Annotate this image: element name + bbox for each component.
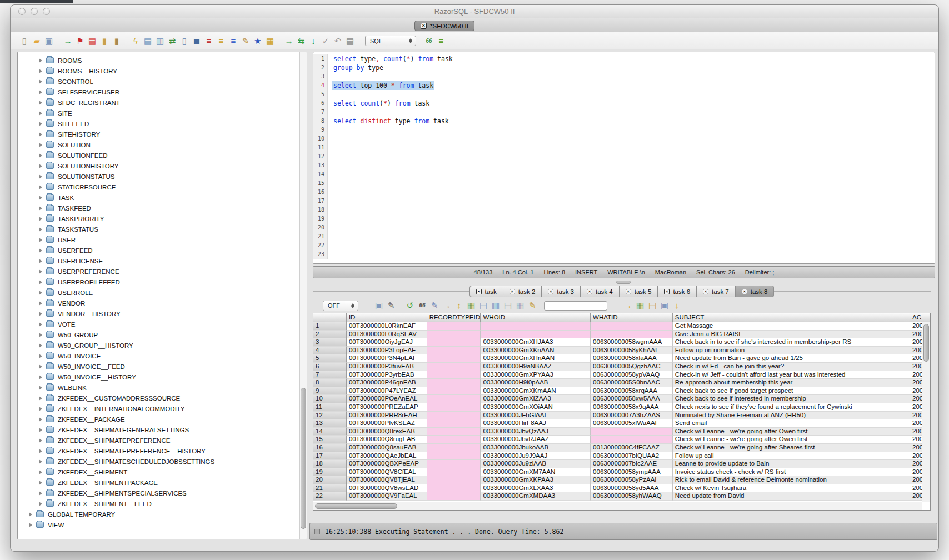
result-tab[interactable]: × task 2 (503, 286, 542, 297)
expand-arrow-icon[interactable] (39, 259, 42, 263)
result-tab[interactable]: × task 5 (620, 286, 658, 297)
copy-results-icon[interactable]: ▤ (502, 299, 514, 312)
editor-line[interactable]: 3 (313, 72, 935, 81)
editor-line[interactable]: 23 (313, 250, 935, 259)
result-tab[interactable]: × task 3 (542, 286, 581, 297)
filter-results-icon[interactable]: ✎ (385, 299, 397, 312)
sidebar-table-item[interactable]: W50_GROUP (18, 329, 307, 340)
expand-arrow-icon[interactable] (39, 79, 42, 84)
column-icon[interactable]: ▮ (111, 35, 123, 47)
table-row[interactable]: 14 00T3000000Q8rexEAB 0033000000JbvQzAAJ… (313, 428, 930, 436)
sidebar-table-item[interactable]: GLOBAL TEMPORARY (18, 509, 307, 519)
editor-line[interactable]: 4select top 100 * from task (313, 81, 935, 90)
editor-line[interactable]: 10 (313, 134, 935, 143)
expand-arrow-icon[interactable] (29, 512, 32, 517)
view-results-icon[interactable]: 66 (423, 35, 435, 47)
editor-line[interactable]: 6select count(*) from task (313, 99, 935, 108)
sidebar-table-item[interactable]: ZKFEDEX__SHIPMENT (18, 467, 307, 477)
expand-arrow-icon[interactable] (39, 206, 42, 211)
column-header-whoid[interactable]: WHOID (481, 313, 591, 322)
table-row[interactable]: 21 00T3000000QV8wsEAD 0033000000GmXLXAA3… (313, 484, 930, 493)
expand-arrow-icon[interactable] (39, 174, 42, 179)
sidebar-table-item[interactable]: ZKFEDEX__INTERNATIONALCOMMODITY (18, 403, 307, 414)
list-export-icon[interactable]: ≡ (215, 35, 227, 47)
table-row[interactable]: 19 00T3000000QV8CfEAL 0033000000GmXM7AAN… (313, 468, 930, 477)
sidebar-table-item[interactable]: ZKFEDEX__PACKAGE (18, 414, 307, 424)
expand-arrow-icon[interactable] (39, 227, 42, 232)
expand-arrow-icon[interactable] (39, 502, 42, 506)
grid-horizontal-scrollbar[interactable] (313, 502, 922, 510)
table-row[interactable]: 6 00T3000000P3tuvEAB 0033000000H9aNBAAZ … (313, 363, 930, 371)
table-row[interactable]: 4 00T3000000P3LopEAF 0033000000GmXKnAAN … (313, 347, 930, 355)
sidebar-table-item[interactable]: SOLUTIONSTATUS (18, 171, 307, 182)
table-row[interactable]: 7 00T3000000P3yrbEAB 0033000000GmXPYAA3 … (313, 371, 930, 379)
table-lookup-icon[interactable]: ▦ (264, 35, 276, 47)
sidebar-table-item[interactable]: ZKFEDEX__SHIPMATEPREFERENCE (18, 435, 307, 446)
expand-arrow-icon[interactable] (39, 196, 42, 200)
zoom-window-button[interactable] (43, 8, 50, 15)
reload-table-icon[interactable]: ▦ (465, 299, 477, 312)
rollback-icon[interactable]: ↶ (332, 35, 344, 47)
table-row[interactable]: 18 00T3000000QBXPeEAP 0033000000Ju9zlAAB… (313, 460, 930, 468)
notebook-icon[interactable]: ▯ (178, 35, 191, 47)
editor-line[interactable]: 20 (313, 223, 935, 232)
sidebar-table-item[interactable]: SCONTROL (18, 76, 307, 87)
execute-statement-icon[interactable]: → (283, 35, 295, 47)
table-row[interactable]: 17 00T3000000QAeJbEAL 0033000000Ju9J9AAJ… (313, 452, 930, 461)
toolbar-separator[interactable] (123, 35, 129, 47)
editor-line[interactable]: 19 (313, 214, 935, 223)
sidebar-table-item[interactable]: TASKFEED (18, 203, 307, 213)
generate-sql-icon[interactable]: ▥ (154, 35, 166, 47)
table-row[interactable]: 3 00T3000000OiyJgEAJ 0033000000GmXHJAA3 … (313, 338, 930, 347)
edit-sql-icon[interactable]: ✎ (239, 35, 252, 47)
editor-line[interactable]: 16 (313, 188, 935, 197)
column-header-activitydate[interactable]: AC (910, 313, 930, 322)
document-tab[interactable]: × *SFDCW50 II (414, 21, 474, 31)
sidebar-table-item[interactable]: SITEHISTORY (18, 129, 307, 139)
expand-arrow-icon[interactable] (39, 470, 42, 474)
expand-arrow-icon[interactable] (39, 58, 42, 63)
column-header-id[interactable]: ID (347, 313, 427, 322)
sidebar-table-item[interactable]: TASKSTATUS (18, 224, 307, 234)
table-row[interactable]: 5 00T3000000P3N4pEAF 0033000000GmXHnAAN … (313, 354, 930, 363)
column-flag-icon[interactable]: ⚑ (74, 35, 86, 47)
expand-arrow-icon[interactable] (39, 301, 42, 306)
fetch-more-icon[interactable]: ↓ (307, 35, 319, 47)
result-tab[interactable]: × task 6 (658, 286, 697, 297)
save-icon[interactable]: ▣ (43, 35, 55, 47)
expand-arrow-icon[interactable] (39, 164, 42, 168)
sql-history-icon[interactable]: ▤ (344, 35, 356, 47)
expand-arrow-icon[interactable] (39, 481, 42, 485)
close-tab-icon[interactable]: × (421, 23, 427, 29)
sidebar-table-item[interactable]: WEBLINK (18, 382, 307, 393)
sidebar-table-item[interactable]: VIEW (18, 519, 307, 530)
expand-arrow-icon[interactable] (39, 90, 42, 94)
editor-line[interactable]: 14 (313, 170, 935, 179)
sidebar-table-item[interactable]: SOLUTIONHISTORY (18, 161, 307, 171)
sidebar-table-item[interactable]: ZKFEDEX__SHIPMATESCHEDULEDJOBSSETTINGS (18, 456, 307, 467)
editor-line[interactable]: 21 (313, 232, 935, 241)
expand-arrow-icon[interactable] (39, 333, 42, 337)
close-tab-icon[interactable]: × (476, 289, 482, 294)
new-file-icon[interactable]: ▯ (18, 35, 31, 47)
editor-line[interactable]: 1select type, count(*) from task (313, 54, 935, 63)
table-row[interactable]: 16 00T3000000Q8sauEAB 0033000000JbukoAAB… (313, 444, 930, 452)
sidebar-table-item[interactable]: SITE (18, 108, 307, 118)
expand-arrow-icon[interactable] (39, 280, 42, 284)
expand-arrow-icon[interactable] (29, 523, 32, 527)
expand-arrow-icon[interactable] (39, 132, 42, 137)
close-tab-icon[interactable]: × (742, 289, 747, 294)
grid-hscrollbar-thumb[interactable] (315, 503, 397, 509)
table-row[interactable]: 20 00T3000000QV8TjEAL 0033000000GmXKPAA3… (313, 476, 930, 484)
sidebar-table-item[interactable]: W50_GROUP__HISTORY (18, 340, 307, 351)
editor-line[interactable]: 18 (313, 206, 935, 214)
sidebar-table-item[interactable]: USERPREFERENCE (18, 266, 307, 277)
table-row[interactable]: 11 00T3000000PREZaEAP 0033000000GmXOiAAN… (313, 403, 930, 412)
grid-vertical-scrollbar[interactable] (922, 322, 930, 502)
sidebar-table-item[interactable]: SELFSERVICEUSER (18, 87, 307, 97)
expand-arrow-icon[interactable] (39, 417, 42, 422)
sidebar-table-item[interactable]: SITEFEED (18, 118, 307, 129)
sidebar-table-item[interactable]: ZKFEDEX__SHIPMENT__FEED (18, 498, 307, 509)
editor-line[interactable]: 13 (313, 161, 935, 170)
sidebar-table-item[interactable]: W50_INVOICE (18, 351, 307, 361)
